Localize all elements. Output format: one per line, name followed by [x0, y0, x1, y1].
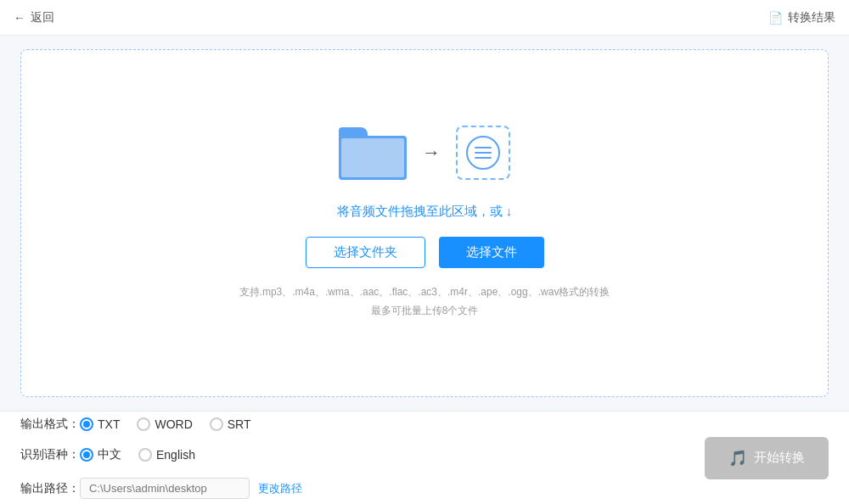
start-label: 开始转换 [754, 450, 805, 466]
lang-row: 识别语种： 中文 English [20, 447, 705, 462]
lang-english[interactable]: English [138, 448, 195, 462]
format-txt-label: TXT [98, 417, 120, 431]
back-label: 返回 [31, 10, 54, 25]
lang-chinese-label: 中文 [98, 447, 121, 462]
result-icon: 📄 [768, 11, 783, 25]
drop-text: 将音频文件拖拽至此区域，或 ↓ [337, 204, 513, 220]
lang-label: 识别语种： [20, 447, 80, 462]
support-text: 支持.mp3、.m4a、.wma、.aac、.flac、.ac3、.m4r、.a… [239, 283, 610, 320]
format-label: 输出格式： [20, 417, 80, 432]
path-input[interactable] [80, 478, 250, 499]
folder-icon [339, 126, 407, 180]
back-icon: ← [14, 11, 25, 25]
format-srt-radio[interactable] [210, 417, 223, 431]
result-button[interactable]: 📄 转换结果 [768, 10, 835, 25]
format-srt-label: SRT [228, 417, 251, 431]
lang-chinese[interactable]: 中文 [80, 447, 121, 462]
format-word[interactable]: WORD [137, 417, 192, 431]
icon-area: → [339, 126, 510, 180]
format-word-radio[interactable] [137, 417, 150, 431]
start-convert-button[interactable]: 🎵 开始转换 [705, 437, 829, 479]
back-button[interactable]: ← 返回 [14, 10, 54, 25]
path-row: 输出路径： 更改路径 [20, 478, 705, 499]
select-file-button[interactable]: 选择文件 [439, 237, 544, 268]
start-icon: 🎵 [728, 449, 747, 468]
start-button-wrap: 🎵 开始转换 [705, 437, 829, 479]
bottom-inner: 输出格式： TXT WORD SRT [20, 422, 829, 494]
button-row: 选择文件夹 选择文件 [306, 237, 544, 268]
arrow-icon: → [422, 142, 441, 164]
format-word-label: WORD [155, 417, 192, 431]
format-radio-group: TXT WORD SRT [80, 417, 251, 431]
change-path-button[interactable]: 更改路径 [258, 481, 302, 496]
main-content: → 将音频文件拖拽至此区域，或 ↓ 选择文件夹 选择文件 支持.mp3、.m4a… [0, 36, 849, 411]
lang-english-radio[interactable] [138, 448, 152, 462]
support-line2: 最多可批量上传8个文件 [239, 302, 610, 321]
convert-icon [456, 126, 510, 180]
support-line1: 支持.mp3、.m4a、.wma、.aac、.flac、.ac3、.m4r、.a… [239, 283, 610, 302]
header: ← 返回 📄 转换结果 [0, 0, 849, 36]
lang-chinese-radio[interactable] [80, 448, 93, 462]
lang-radio-group: 中文 English [80, 447, 195, 462]
bottom-left: 输出格式： TXT WORD SRT [20, 417, 705, 499]
lang-english-label: English [156, 448, 195, 462]
format-txt[interactable]: TXT [80, 417, 120, 431]
format-txt-radio[interactable] [80, 417, 93, 431]
settings-bar: 输出格式： TXT WORD SRT [0, 411, 849, 504]
format-srt[interactable]: SRT [210, 417, 251, 431]
result-label: 转换结果 [788, 10, 835, 25]
drop-zone[interactable]: → 将音频文件拖拽至此区域，或 ↓ 选择文件夹 选择文件 支持.mp3、.m4a… [20, 49, 829, 397]
format-row: 输出格式： TXT WORD SRT [20, 417, 705, 432]
path-label: 输出路径： [20, 481, 80, 496]
select-folder-button[interactable]: 选择文件夹 [306, 237, 425, 268]
